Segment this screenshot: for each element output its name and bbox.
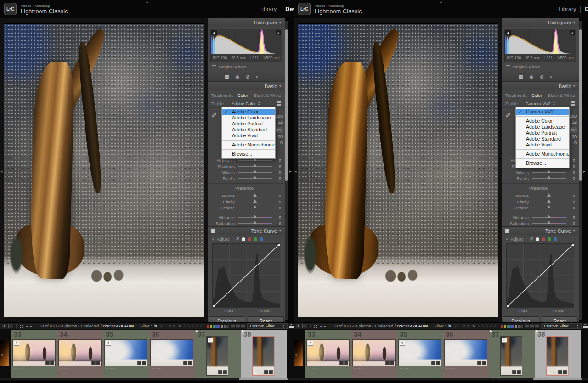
tone-curve-header[interactable]: Tone Curve▾ <box>502 226 579 235</box>
redeye-tool-icon[interactable]: ⊘ <box>540 74 544 79</box>
channel-red-icon[interactable] <box>542 237 545 241</box>
stack-count-badge[interactable]: 2 <box>106 341 111 346</box>
filmstrip-cell-38[interactable]: ⚑38• • • • • <box>241 330 287 379</box>
highlight-clipping-icon[interactable]: ▲ <box>276 30 281 35</box>
main-photo[interactable] <box>4 24 204 317</box>
filmstrip-scrollbar[interactable] <box>294 378 588 380</box>
tab-library[interactable]: Library <box>559 6 576 12</box>
primary-monitor-button[interactable]: 1 <box>2 324 6 328</box>
profile-option[interactable]: Adobe Standard <box>516 136 569 142</box>
filter-lock-icon[interactable] <box>583 324 586 328</box>
profile-option[interactable]: Browse... <box>516 160 569 166</box>
panel-scrollbar[interactable] <box>285 21 288 320</box>
stack-count-badge[interactable]: 2 <box>502 338 507 343</box>
treatment-color-option[interactable]: Color <box>237 93 248 98</box>
filmstrip-cell-35[interactable]: 352• • • • • <box>103 330 149 379</box>
slider-track[interactable] <box>532 172 566 173</box>
star-icon[interactable]: ☆ <box>493 324 498 328</box>
left-panel-expand-icon[interactable]: ◂ <box>0 169 3 174</box>
slider-track[interactable] <box>238 208 272 208</box>
color-label-swatch[interactable] <box>515 325 517 328</box>
heal-tool-icon[interactable]: ◉ <box>529 74 534 79</box>
slider-thumb-icon[interactable] <box>253 164 257 167</box>
color-label-swatch[interactable] <box>221 325 223 328</box>
filmstrip-cell-38[interactable]: ⚑38• • • • • <box>535 330 581 379</box>
slider-thumb-icon[interactable] <box>547 215 551 218</box>
color-label-swatch[interactable] <box>518 325 520 328</box>
grid-view-icon[interactable] <box>314 325 317 328</box>
panel-scrollbar-thumb[interactable] <box>285 29 288 181</box>
previous-button[interactable]: Previous <box>503 316 539 322</box>
filmstrip-cell-36[interactable]: 36• • • • • <box>443 330 489 379</box>
profile-option[interactable]: Adobe Monochrome <box>516 151 569 157</box>
edit-filter-icon-2[interactable]: ≡ <box>467 324 469 328</box>
slider-thumb-icon[interactable] <box>253 193 257 197</box>
secondary-monitor-button[interactable]: 2 <box>8 324 13 328</box>
histogram[interactable]: ▲ ▲ ISO 100 20.5 mm f / 11 1/500 sec <box>210 29 282 62</box>
star-icon[interactable]: ☆ <box>489 324 493 328</box>
original-photo-row[interactable]: Original Photo <box>208 63 285 70</box>
filmstrip-cell-36[interactable]: 36• • • • • <box>149 330 195 379</box>
shadow-clipping-icon[interactable]: ▲ <box>211 30 217 35</box>
slider-thumb-icon[interactable] <box>253 199 257 203</box>
star-icon[interactable]: ☆ <box>191 324 195 328</box>
color-label-swatch[interactable] <box>509 325 512 328</box>
filmstrip-scrollbar[interactable] <box>0 378 294 380</box>
profile-option[interactable]: Camera VV2 <box>516 109 569 115</box>
tab-develop[interactable]: Develop <box>285 6 294 12</box>
photo-thumbnail[interactable]: 2 <box>13 340 55 366</box>
panel-toggle-icon[interactable] <box>505 229 509 233</box>
presets-tool-icon[interactable]: ≡ <box>559 74 562 79</box>
slider-track[interactable] <box>238 217 272 218</box>
filmstrip-scroll-left-icon[interactable]: ◂ <box>0 352 3 357</box>
profile-option[interactable]: Adobe Color <box>222 109 275 115</box>
color-label-swatch[interactable] <box>215 325 218 328</box>
star-icon[interactable]: ☆ <box>195 324 199 328</box>
color-label-filters[interactable] <box>501 325 523 328</box>
stack-count-badge[interactable]: 2 <box>308 341 313 346</box>
slider-track[interactable] <box>532 217 566 218</box>
profile-option[interactable]: Browse... <box>222 151 275 157</box>
channel-green-icon[interactable] <box>254 237 257 241</box>
color-label-swatch[interactable] <box>501 325 503 328</box>
slider-track[interactable] <box>238 172 272 173</box>
slider-thumb-icon[interactable] <box>547 199 551 203</box>
tab-develop[interactable]: Develop <box>585 6 588 12</box>
filmstrip-cell-34[interactable]: 34• • • • • <box>351 330 397 379</box>
slider-thumb-icon[interactable] <box>253 215 257 218</box>
star-icon[interactable]: ☆ <box>485 324 489 328</box>
stack-count-badge[interactable]: 2 <box>400 341 405 346</box>
tone-curve-plot[interactable] <box>506 243 574 308</box>
rating-stars[interactable]: ☆☆☆☆☆ <box>183 324 204 328</box>
slider-thumb-icon[interactable] <box>547 205 551 208</box>
slider-thumb-icon[interactable] <box>253 221 257 224</box>
thumb-size-buttons[interactable] <box>231 324 245 328</box>
panel-scrollbar-thumb[interactable] <box>579 29 582 181</box>
star-icon[interactable]: ☆ <box>199 324 204 328</box>
previous-button[interactable]: Previous <box>209 316 245 322</box>
slider-thumb-icon[interactable] <box>547 176 551 179</box>
flag-pick-icon[interactable]: ⚑ <box>154 324 158 328</box>
presets-tool-icon[interactable]: ≡ <box>265 74 268 79</box>
filter-lock-icon[interactable] <box>289 324 292 328</box>
heal-tool-icon[interactable]: ◉ <box>235 74 240 79</box>
slider-track[interactable] <box>532 208 566 208</box>
photo-thumbnail[interactable]: 2 <box>207 337 228 375</box>
edit-filter-icon-2[interactable]: ≡ <box>173 324 175 328</box>
tone-curve-header[interactable]: Tone Curve▾ <box>208 226 285 235</box>
tab-library[interactable]: Library <box>259 6 277 12</box>
channel-red-icon[interactable] <box>248 237 251 241</box>
star-icon[interactable]: ☆ <box>183 324 187 328</box>
color-label-swatch[interactable] <box>512 325 514 328</box>
slider-track[interactable] <box>238 223 272 224</box>
photo-thumbnail[interactable] <box>353 340 395 366</box>
slider-track[interactable] <box>532 223 566 224</box>
back-arrow-icon[interactable]: ◂ <box>26 324 28 328</box>
forward-arrow-icon[interactable]: ▸ <box>30 324 32 328</box>
color-label-swatch[interactable] <box>218 325 220 328</box>
panel-scrollbar[interactable] <box>579 21 582 320</box>
photo-thumbnail[interactable]: 2 <box>307 340 349 366</box>
histogram-plot[interactable] <box>505 29 576 54</box>
color-label-swatch[interactable] <box>507 325 509 328</box>
star-icon[interactable]: ☆ <box>187 324 191 328</box>
